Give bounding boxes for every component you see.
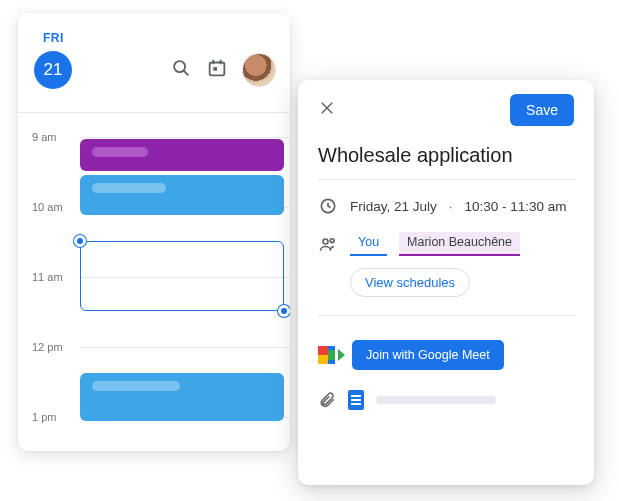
event-title[interactable]: Wholesale application xyxy=(318,144,574,167)
hour-label: 12 pm xyxy=(32,341,80,353)
separator-dot: · xyxy=(449,199,453,214)
today-icon[interactable] xyxy=(206,57,228,83)
date-indicator: FRI 21 xyxy=(32,31,92,89)
slot-handle-start[interactable] xyxy=(74,235,86,247)
calendar-header: FRI 21 xyxy=(18,13,290,113)
event-title-placeholder xyxy=(92,147,148,157)
calendar-event[interactable] xyxy=(80,139,284,171)
close-icon[interactable] xyxy=(318,99,336,121)
hour-line xyxy=(80,137,290,138)
svg-line-1 xyxy=(184,71,189,76)
hour-label: 9 am xyxy=(32,131,80,143)
save-button[interactable]: Save xyxy=(510,94,574,126)
calendar-grid[interactable]: 9 am 10 am 11 am 12 pm 1 pm xyxy=(18,113,290,451)
participant-chip-guest[interactable]: Marion Beauchêne xyxy=(399,232,520,256)
event-detail-panel: Save Wholesale application Friday, 21 Ju… xyxy=(298,80,594,485)
calendar-event[interactable] xyxy=(80,175,284,215)
search-icon[interactable] xyxy=(170,57,192,83)
day-number-circle[interactable]: 21 xyxy=(34,51,72,89)
people-icon xyxy=(318,234,338,254)
divider xyxy=(318,315,574,316)
event-date: Friday, 21 July xyxy=(350,199,437,214)
event-people-row: You Marion Beauchêne xyxy=(318,232,574,256)
google-meet-icon xyxy=(318,346,340,364)
divider xyxy=(318,179,574,180)
detail-header: Save xyxy=(318,94,574,126)
calendar-event[interactable] xyxy=(80,373,284,421)
attachment-icon[interactable] xyxy=(318,391,336,409)
attachment-row xyxy=(318,390,574,410)
weekday-label: FRI xyxy=(32,31,92,45)
calendar-header-tools xyxy=(170,53,276,87)
svg-point-9 xyxy=(323,239,328,244)
hour-label: 1 pm xyxy=(32,411,80,423)
hour-line xyxy=(80,347,290,348)
join-meet-button[interactable]: Join with Google Meet xyxy=(352,340,504,370)
avatar[interactable] xyxy=(242,53,276,87)
participant-chip-you[interactable]: You xyxy=(350,232,387,256)
slot-handle-end[interactable] xyxy=(278,305,290,317)
hour-label: 10 am xyxy=(32,201,80,213)
meet-row: Join with Google Meet xyxy=(318,340,574,370)
svg-rect-5 xyxy=(213,67,217,71)
hour-label: 11 am xyxy=(32,271,80,283)
svg-point-0 xyxy=(174,61,185,72)
new-event-slot[interactable] xyxy=(80,241,284,311)
event-title-placeholder xyxy=(92,381,180,391)
event-time: 10:30 - 11:30 am xyxy=(465,199,567,214)
calendar-panel: FRI 21 9 am 10 am 11 am 12 pm 1 pm xyxy=(18,13,290,451)
attachment-name-placeholder xyxy=(376,396,496,404)
event-time-row[interactable]: Friday, 21 July · 10:30 - 11:30 am xyxy=(318,196,574,216)
event-title-placeholder xyxy=(92,183,166,193)
svg-point-10 xyxy=(330,239,334,243)
view-schedules-button[interactable]: View schedules xyxy=(350,268,470,297)
clock-icon xyxy=(318,196,338,216)
doc-icon[interactable] xyxy=(348,390,364,410)
